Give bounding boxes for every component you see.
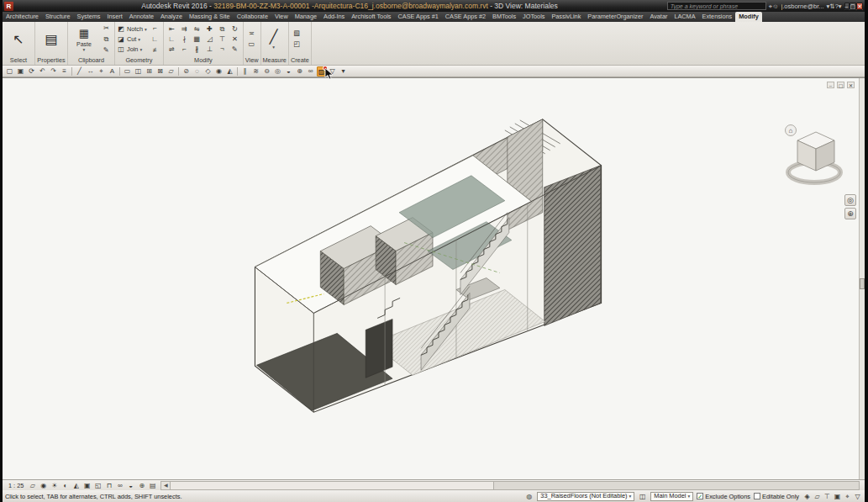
zoom-control-button[interactable]: ⊕ — [844, 208, 856, 219]
modify-arrow-button[interactable]: ↖ — [4, 24, 33, 55]
tab-systems[interactable]: Systems — [74, 12, 104, 22]
panel-label-select[interactable]: Select — [4, 55, 33, 65]
tab-analyze[interactable]: Analyze — [157, 12, 186, 22]
panel-label-view[interactable]: View — [245, 55, 259, 65]
match-type-icon[interactable]: ✎ — [100, 45, 113, 55]
show-rendering-dialog-icon[interactable]: ◭ — [71, 481, 82, 490]
select-underlay-toggle-icon[interactable]: ▱ — [813, 492, 822, 501]
reveal-hidden-elements-icon[interactable]: ◒ — [125, 481, 136, 490]
close-hidden-windows-icon[interactable]: ▭ — [245, 40, 258, 50]
tab-massing-site[interactable]: Massing & Site — [186, 12, 234, 22]
help-dropdown-icon[interactable]: ▾ — [839, 3, 842, 10]
tab-add-ins[interactable]: Add-Ins — [320, 12, 348, 22]
scale-button[interactable]: 1 : 25 — [5, 481, 27, 490]
measure-button[interactable]: ╱ ▾ — [263, 24, 285, 55]
visual-style-icon[interactable]: ◉ — [38, 481, 49, 490]
room-icon[interactable]: ▱ — [166, 66, 176, 77]
cut-geometry-button[interactable]: ◪Cut▾ — [117, 34, 147, 45]
measure-tool-icon[interactable]: ╱ — [75, 66, 85, 77]
open-icon[interactable]: ▢ — [5, 66, 15, 77]
trim-extend-single-icon[interactable]: ⌐ — [178, 45, 191, 55]
tab-parameterorganizer[interactable]: ParameterOrganizer — [584, 12, 646, 22]
tab-lacma[interactable]: LACMA — [671, 12, 698, 22]
paste-button[interactable]: ▦ Paste ▾ — [70, 24, 98, 55]
door-icon[interactable]: ◫ — [134, 66, 144, 77]
editable-only-checkbox[interactable]: Editable Only — [754, 493, 799, 500]
beam-joins-icon[interactable]: ≠ — [149, 45, 161, 55]
tag-by-category-icon[interactable]: ⌖ — [97, 66, 107, 77]
reveal-hidden-icon[interactable]: ◒ — [284, 66, 294, 77]
unpin-icon[interactable]: ⊥ — [203, 45, 216, 55]
selection-filter-status-icon[interactable]: ▽ — [853, 492, 862, 501]
undo-icon[interactable]: ↶ — [38, 66, 48, 77]
tab-structure[interactable]: Structure — [42, 12, 74, 22]
render-icon[interactable]: ◭ — [225, 66, 235, 77]
tab-architecture[interactable]: Architecture — [3, 12, 42, 22]
panel-label-clipboard[interactable]: Clipboard — [70, 55, 113, 65]
section-icon[interactable]: ⊘ — [181, 66, 192, 77]
select-links-toggle-icon[interactable]: ◈ — [802, 492, 812, 501]
cope-icon[interactable]: ⌐ — [149, 24, 161, 34]
more-tools-icon[interactable]: ▾ — [339, 66, 349, 77]
hscroll-left-arrow[interactable]: ◀ — [161, 482, 171, 489]
thin-lines-icon[interactable]: ∥ — [240, 66, 250, 77]
help-search-input[interactable] — [667, 2, 766, 10]
copy-to-clipboard-icon[interactable]: ⧉ — [100, 34, 113, 45]
tab-case-apps-1[interactable]: CASE Apps #1 — [395, 12, 442, 22]
redo-icon[interactable]: ↷ — [49, 66, 59, 77]
worksharing-display-icon[interactable]: ⊕ — [136, 481, 147, 490]
pin-icon[interactable]: ⊤ — [216, 34, 229, 45]
join-geometry-button[interactable]: ◫Join▾ — [117, 45, 147, 55]
view-restore-button[interactable]: ▢ — [837, 82, 844, 88]
panel-label-geometry[interactable]: Geometry — [117, 55, 161, 65]
panel-label-create[interactable]: Create — [291, 55, 309, 65]
user-avatar-icon[interactable]: ☺ — [772, 3, 779, 10]
revit-app-logo[interactable]: R — [4, 2, 13, 11]
select-pinned-toggle-icon[interactable]: ⊤ — [823, 492, 832, 501]
unlocked-3d-view-icon[interactable]: ⊓ — [103, 481, 114, 490]
tab-archisoft-tools[interactable]: Archisoft Tools — [348, 12, 394, 22]
horizontal-scrollbar-thumb[interactable] — [171, 482, 494, 489]
tab-annotate[interactable]: Annotate — [126, 12, 157, 22]
worksets-icon[interactable]: ⊕ — [295, 66, 305, 77]
trim-extend-corner-icon[interactable]: ∟ — [166, 34, 178, 45]
align-icon[interactable]: ⇤ — [166, 24, 178, 34]
horizontal-scrollbar[interactable]: ◀ — [160, 481, 860, 490]
detail-level-icon[interactable]: ▱ — [27, 481, 38, 490]
view-cube[interactable]: ⌂ — [782, 120, 850, 193]
text-note-icon[interactable]: A — [108, 66, 118, 77]
thin-lines-toggle-icon[interactable]: ≍ — [245, 29, 258, 39]
split-element-icon[interactable]: ∤ — [178, 34, 191, 45]
panel-label-modify[interactable]: Modify — [166, 55, 241, 65]
drag-on-selection-toggle-icon[interactable]: ⌖ — [843, 492, 852, 501]
selection-filter-icon[interactable]: ▽ — [328, 66, 338, 77]
sync-with-central-icon[interactable]: ⟳ — [27, 66, 37, 77]
show-crop-region-icon[interactable]: ◱ — [92, 481, 103, 490]
vertical-scrollbar[interactable] — [859, 78, 865, 479]
save-icon[interactable]: ▣ — [16, 66, 26, 77]
maximize-window-button[interactable]: ▢ — [850, 3, 857, 10]
tab-passivlink[interactable]: PassivLink — [548, 12, 584, 22]
mirror-pick-axis-icon[interactable]: ⇋ — [191, 24, 203, 34]
copy-icon[interactable]: ⧉ — [216, 24, 229, 34]
worksets-status-icon[interactable]: ◍ — [524, 492, 534, 501]
tab-modify[interactable]: Modify — [735, 12, 762, 22]
exclude-options-checkbox[interactable]: ✓Exclude Options — [697, 493, 750, 500]
select-by-face-toggle-icon[interactable]: ▣ — [833, 492, 842, 501]
active-tool-icon[interactable]: ▨ — [317, 66, 327, 77]
match-type-properties-icon[interactable]: ✎ — [229, 45, 241, 55]
isolate-element-icon[interactable]: ◎ — [273, 66, 283, 77]
tab-case-apps-2[interactable]: CASE Apps #2 — [442, 12, 489, 22]
tab-bmtools[interactable]: BMTools — [489, 12, 519, 22]
temporary-hide-isolate-icon[interactable]: ∞ — [114, 481, 125, 490]
drawing-area[interactable]: –▢✕ — [3, 77, 865, 479]
minimize-window-button[interactable]: – — [844, 3, 850, 10]
window-icon[interactable]: ⊞ — [145, 66, 155, 77]
move-icon[interactable]: ✚ — [203, 24, 216, 34]
split-with-gap-icon[interactable]: ∦ — [191, 45, 203, 55]
shadows-icon[interactable]: ◐ — [60, 481, 71, 490]
crop-view-icon[interactable]: ▣ — [82, 481, 92, 490]
callout-icon[interactable]: ◌ — [192, 66, 203, 77]
mirror-draw-axis-icon[interactable]: ⇌ — [166, 45, 178, 55]
visibility-graphics-icon[interactable]: ≋ — [251, 66, 261, 77]
